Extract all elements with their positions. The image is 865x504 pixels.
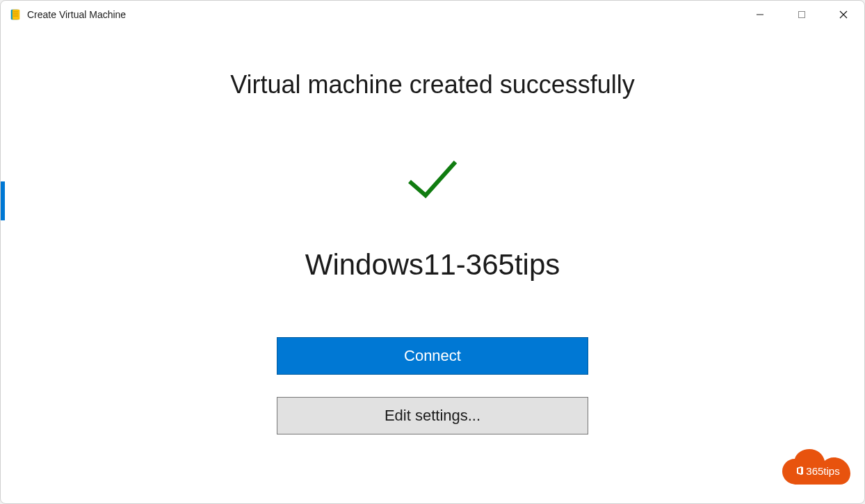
- office-icon: [795, 466, 805, 475]
- window-title: Create Virtual Machine: [27, 9, 126, 20]
- success-heading: Virtual machine created successfully: [230, 70, 635, 99]
- watermark-text: 365tips: [795, 465, 839, 477]
- svg-rect-1: [13, 10, 19, 19]
- close-icon: [839, 10, 848, 19]
- dialog-window: Create Virtual Machine Virt: [0, 0, 865, 504]
- left-accent-bar: [1, 181, 5, 220]
- maximize-button[interactable]: [781, 1, 823, 29]
- connect-button[interactable]: Connect: [277, 337, 588, 375]
- minimize-icon: [756, 10, 764, 19]
- edit-settings-button[interactable]: Edit settings...: [277, 397, 588, 434]
- checkmark-icon: [401, 155, 464, 206]
- window-controls: [739, 1, 864, 29]
- minimize-button[interactable]: [739, 1, 781, 29]
- app-icon: [9, 8, 22, 21]
- titlebar-left: Create Virtual Machine: [9, 8, 126, 21]
- svg-rect-6: [799, 12, 805, 18]
- dialog-content: Virtual machine created successfully Win…: [1, 29, 864, 503]
- titlebar: Create Virtual Machine: [1, 1, 864, 29]
- vm-name-label: Windows11-365tips: [305, 248, 560, 282]
- close-button[interactable]: [823, 1, 864, 29]
- watermark-badge: 365tips: [779, 446, 856, 495]
- maximize-icon: [798, 10, 806, 19]
- button-group: Connect Edit settings...: [277, 337, 588, 434]
